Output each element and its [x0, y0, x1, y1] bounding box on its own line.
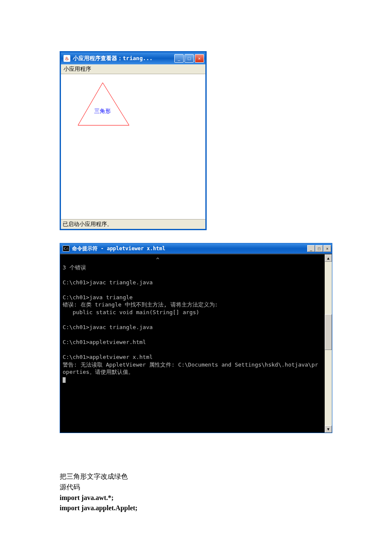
java-icon: ♨: [63, 55, 70, 62]
applet-canvas: 三角形: [61, 74, 205, 219]
scrollbar-thumb[interactable]: [325, 314, 332, 350]
cmd-minimize-button[interactable]: _: [307, 245, 315, 252]
cmd-output[interactable]: ^ 3 个错误 C:\ch01>javac triangle.java C:\c…: [60, 254, 325, 433]
minimize-button[interactable]: _: [174, 54, 184, 63]
applet-titlebar[interactable]: ♨ 小应用程序查看器：triang... _ □ ×: [61, 52, 205, 64]
applet-menu-item[interactable]: 小应用程序: [63, 66, 91, 72]
cmd-text: ^ 3 个错误 C:\ch01>javac triangle.java C:\c…: [63, 257, 318, 375]
doc-line-1: 把三角形文字改成绿色: [60, 471, 392, 482]
code-line-2: import java.applet.Applet;: [60, 503, 392, 514]
window-controls: _ □ ×: [174, 54, 204, 63]
cmd-titlebar[interactable]: C:\ 命令提示符 - appletviewer x.html _ □ ×: [60, 243, 332, 254]
cmd-window-controls: _ □ ×: [307, 245, 331, 252]
cmd-close-button[interactable]: ×: [323, 245, 331, 252]
code-line-1: import java.awt.*;: [60, 493, 392, 503]
cmd-body: ^ 3 个错误 C:\ch01>javac triangle.java C:\c…: [60, 254, 332, 433]
applet-menubar: 小应用程序: [61, 64, 205, 74]
applet-title: 小应用程序查看器：triang...: [73, 55, 174, 62]
cmd-cursor: [63, 377, 66, 383]
scrollbar-track[interactable]: [325, 262, 332, 425]
scroll-down-button[interactable]: ▼: [325, 425, 332, 433]
cmd-maximize-button[interactable]: □: [315, 245, 323, 252]
cmd-icon: C:\: [63, 246, 69, 251]
command-prompt-window: C:\ 命令提示符 - appletviewer x.html _ □ × ^ …: [60, 243, 332, 433]
close-button[interactable]: ×: [195, 54, 204, 63]
cmd-scrollbar[interactable]: ▲ ▼: [325, 254, 332, 433]
scroll-up-button[interactable]: ▲: [325, 254, 332, 262]
applet-statusbar: 已启动小应用程序。: [61, 219, 205, 229]
document-text: 把三角形文字改成绿色 源代码 import java.awt.*; import…: [60, 471, 392, 514]
cmd-title: 命令提示符 - appletviewer x.html: [72, 245, 307, 252]
maximize-button[interactable]: □: [184, 54, 194, 63]
applet-viewer-window: ♨ 小应用程序查看器：triang... _ □ × 小应用程序 三角形 已启动…: [60, 51, 207, 230]
triangle-shape: [74, 81, 133, 127]
status-text: 已启动小应用程序。: [63, 221, 112, 227]
svg-marker-0: [78, 83, 129, 125]
triangle-label: 三角形: [94, 107, 111, 115]
doc-line-2: 源代码: [60, 482, 392, 493]
